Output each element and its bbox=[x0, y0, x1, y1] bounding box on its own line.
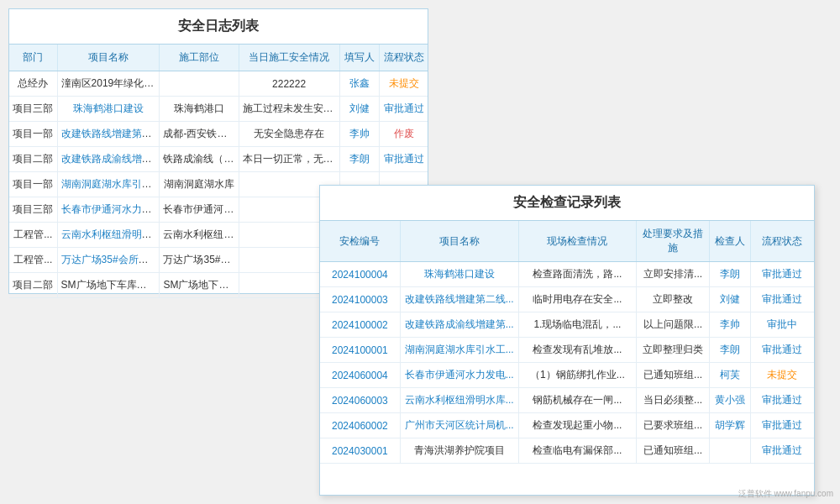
left-site-cell: 成都-西安铁路... bbox=[160, 122, 239, 147]
right-inspect-cell: 检查路面清洗，路... bbox=[518, 262, 637, 287]
left-dept-cell: 工程管... bbox=[9, 223, 57, 248]
right-handle-cell: 立即安排清... bbox=[637, 262, 710, 287]
right-code-cell: 2024100002 bbox=[320, 312, 400, 338]
left-header-author: 填写人 bbox=[339, 45, 380, 71]
left-status-cell: 作废 bbox=[380, 122, 428, 147]
table-row: 项目一部改建铁路线增建第二线直...成都-西安铁路...无安全隐患存在李帅作废 bbox=[9, 122, 428, 147]
right-code-cell: 2024060003 bbox=[320, 388, 400, 413]
left-safety-cell: 施工过程未发生安全事故... bbox=[239, 97, 339, 122]
right-inspect-cell: 检查发现有乱堆放... bbox=[518, 338, 637, 363]
right-code-cell: 2024030001 bbox=[320, 438, 400, 464]
table-row: 2024060004长春市伊通河水力发电...（1）钢筋绑扎作业...已通知班组… bbox=[320, 363, 814, 388]
right-inspector-cell bbox=[709, 438, 750, 464]
table-row: 2024100003改建铁路线增建第二线...临时用电存在安全...立即整改刘健… bbox=[320, 287, 814, 312]
left-header-projname: 项目名称 bbox=[57, 45, 160, 71]
right-header-projname: 项目名称 bbox=[400, 221, 518, 262]
table-row: 项目三部珠海鹤港口建设珠海鹤港口施工过程未发生安全事故...刘健审批通过 bbox=[9, 97, 428, 122]
left-projname-cell: 珠海鹤港口建设 bbox=[57, 97, 160, 122]
right-code-cell: 2024100003 bbox=[320, 287, 400, 312]
right-handle-cell: 立即整理归类 bbox=[637, 338, 710, 363]
table-row: 2024030001青海洪湖养护院项目检查临电有漏保部...已通知班组...审批… bbox=[320, 438, 814, 464]
status-badge: 审批通过 bbox=[762, 293, 802, 305]
right-status-cell: 审批通过 bbox=[750, 413, 814, 438]
status-badge: 审批通过 bbox=[384, 153, 424, 165]
left-projname-cell: SM广场地下车库更换摄... bbox=[57, 273, 160, 298]
left-header-status: 流程状态 bbox=[380, 45, 428, 71]
status-badge: 审批通过 bbox=[762, 344, 802, 355]
right-inspector-cell: 李朗 bbox=[709, 338, 750, 363]
left-table-header: 部门 项目名称 施工部位 当日施工安全情况 填写人 流程状态 bbox=[9, 45, 428, 71]
status-badge: 未提交 bbox=[767, 369, 797, 381]
left-author-cell: 刘健 bbox=[339, 97, 380, 122]
right-status-cell: 审批中 bbox=[750, 312, 814, 338]
right-table-header: 安检编号 项目名称 现场检查情况 处理要求及措施 检查人 流程状态 bbox=[320, 221, 814, 262]
status-badge: 未提交 bbox=[389, 77, 419, 89]
right-handle-cell: 以上问题限... bbox=[637, 312, 710, 338]
right-panel: 安全检查记录列表 安检编号 项目名称 现场检查情况 处理要求及措施 检查人 流程… bbox=[319, 185, 815, 496]
right-code-cell: 2024100004 bbox=[320, 262, 400, 287]
left-dept-cell: 项目一部 bbox=[9, 172, 57, 197]
left-dept-cell: 项目一部 bbox=[9, 122, 57, 147]
left-projname-cell: 改建铁路线增建第二线直... bbox=[57, 122, 160, 147]
status-badge: 作废 bbox=[394, 128, 414, 139]
left-dept-cell: 项目二部 bbox=[9, 147, 57, 172]
table-row: 2024100004珠海鹤港口建设检查路面清洗，路...立即安排清...李朗审批… bbox=[320, 262, 814, 287]
left-status-cell: 审批通过 bbox=[380, 147, 428, 172]
left-dept-cell: 项目三部 bbox=[9, 197, 57, 223]
right-header-inspector: 检查人 bbox=[709, 221, 750, 262]
table-row: 项目二部改建铁路成渝线增建第二...铁路成渝线（成...本日一切正常，无事故发.… bbox=[9, 147, 428, 172]
right-status-cell: 未提交 bbox=[750, 363, 814, 388]
right-projname-cell: 云南水利枢纽滑明水库... bbox=[400, 388, 518, 413]
status-badge: 审批中 bbox=[767, 318, 797, 330]
status-badge: 审批通过 bbox=[762, 394, 802, 406]
left-site-cell: 珠海鹤港口 bbox=[160, 97, 239, 122]
right-inspector-cell: 刘健 bbox=[709, 287, 750, 312]
left-status-cell: 未提交 bbox=[380, 71, 428, 97]
right-inspector-cell: 李朗 bbox=[709, 262, 750, 287]
left-dept-cell: 项目二部 bbox=[9, 273, 57, 298]
right-projname-cell: 青海洪湖养护院项目 bbox=[400, 438, 518, 464]
right-inspect-cell: 临时用电存在安全... bbox=[518, 287, 637, 312]
right-projname-cell: 广州市天河区统计局机... bbox=[400, 413, 518, 438]
left-site-cell: 湖南洞庭湖水库 bbox=[160, 172, 239, 197]
left-header-safety: 当日施工安全情况 bbox=[239, 45, 339, 71]
status-badge: 审批通过 bbox=[384, 102, 424, 114]
status-badge: 审批通过 bbox=[762, 268, 802, 280]
left-dept-cell: 项目三部 bbox=[9, 97, 57, 122]
table-row: 总经办潼南区2019年绿化补贴项...222222张鑫未提交 bbox=[9, 71, 428, 97]
left-dept-cell: 总经办 bbox=[9, 71, 57, 97]
right-inspector-cell: 李帅 bbox=[709, 312, 750, 338]
table-row: 2024060002广州市天河区统计局机...检查发现起重小物...已要求班组.… bbox=[320, 413, 814, 438]
right-panel-title: 安全检查记录列表 bbox=[320, 186, 814, 221]
left-projname-cell: 万达广场35#会所及咖啡... bbox=[57, 248, 160, 273]
right-header-code: 安检编号 bbox=[320, 221, 400, 262]
left-safety-cell: 222222 bbox=[239, 71, 339, 97]
right-handle-cell: 已通知班组... bbox=[637, 438, 710, 464]
table-row: 2024100001湖南洞庭湖水库引水工...检查发现有乱堆放...立即整理归类… bbox=[320, 338, 814, 363]
right-inspect-cell: 检查发现起重小物... bbox=[518, 413, 637, 438]
left-projname-cell: 云南水利枢纽滑明水库一... bbox=[57, 223, 160, 248]
watermark: 泛普软件 www.fanpu.com bbox=[738, 488, 833, 500]
left-author-cell: 李帅 bbox=[339, 122, 380, 147]
left-author-cell: 李朗 bbox=[339, 147, 380, 172]
right-projname-cell: 改建铁路线增建第二线... bbox=[400, 287, 518, 312]
right-header-handle: 处理要求及措施 bbox=[637, 221, 710, 262]
table-row: 2024060003云南水利枢纽滑明水库...钢筋机械存在一闸...当日必须整.… bbox=[320, 388, 814, 413]
right-inspect-cell: 钢筋机械存在一闸... bbox=[518, 388, 637, 413]
left-header-dept: 部门 bbox=[9, 45, 57, 71]
left-author-cell: 张鑫 bbox=[339, 71, 380, 97]
right-table: 安检编号 项目名称 现场检查情况 处理要求及措施 检查人 流程状态 202410… bbox=[320, 221, 814, 464]
left-panel-title: 安全日志列表 bbox=[9, 9, 428, 45]
right-inspect-cell: 1.现场临电混乱，... bbox=[518, 312, 637, 338]
left-site-cell: SM广场地下车库 bbox=[160, 273, 239, 298]
left-site-cell: 云南水利枢纽滑... bbox=[160, 223, 239, 248]
left-site-cell bbox=[160, 71, 239, 97]
left-projname-cell: 湖南洞庭湖水库引水工程... bbox=[57, 172, 160, 197]
right-status-cell: 审批通过 bbox=[750, 438, 814, 464]
right-handle-cell: 已要求班组... bbox=[637, 413, 710, 438]
left-projname-cell: 改建铁路成渝线增建第二... bbox=[57, 147, 160, 172]
right-handle-cell: 已通知班组... bbox=[637, 363, 710, 388]
left-safety-cell: 本日一切正常，无事故发... bbox=[239, 147, 339, 172]
right-inspector-cell: 黄小强 bbox=[709, 388, 750, 413]
right-projname-cell: 改建铁路成渝线增建第... bbox=[400, 312, 518, 338]
